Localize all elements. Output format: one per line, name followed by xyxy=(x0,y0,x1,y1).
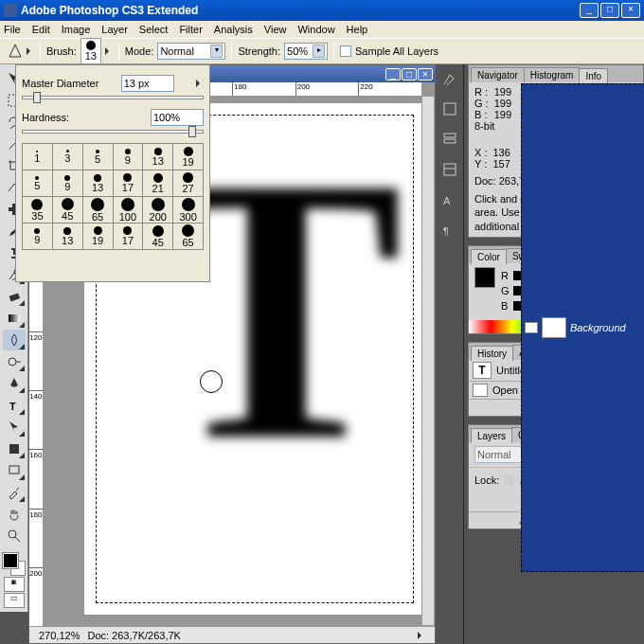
visibility-toggle[interactable] xyxy=(525,322,538,333)
menu-help[interactable]: Help xyxy=(347,24,368,35)
svg-point-6 xyxy=(9,358,16,366)
quick-mask-button[interactable]: ◙ xyxy=(4,577,25,592)
gradient-tool[interactable] xyxy=(3,308,26,329)
brush-tip[interactable]: 9 xyxy=(23,224,53,250)
type-tool[interactable]: T xyxy=(3,395,26,416)
menu-view[interactable]: View xyxy=(264,24,287,35)
brush-tip[interactable]: 65 xyxy=(173,224,204,250)
path-select-tool[interactable] xyxy=(3,417,26,438)
brush-tip[interactable]: 19 xyxy=(83,224,114,250)
brush-tip[interactable]: 5 xyxy=(83,144,114,170)
tab-histogram[interactable]: Histogram xyxy=(524,67,581,82)
menu-edit[interactable]: Edit xyxy=(32,24,50,35)
brush-tip[interactable]: 3 xyxy=(53,144,83,170)
brushes-panel-icon[interactable] xyxy=(441,70,458,87)
menu-image[interactable]: Image xyxy=(62,24,91,35)
doc-minimize[interactable]: _ xyxy=(385,68,401,80)
hardness-slider[interactable] xyxy=(22,130,204,134)
menu-bar: File Edit Image Layer Select Filter Anal… xyxy=(0,21,644,38)
brush-label: Brush: xyxy=(46,45,77,57)
strength-input[interactable]: 50%▸ xyxy=(284,43,328,60)
brush-tip[interactable]: 5 xyxy=(23,170,53,197)
brush-tip[interactable]: 1 xyxy=(23,144,53,170)
pen-tool[interactable] xyxy=(3,373,26,394)
brush-tip[interactable]: 65 xyxy=(83,197,114,224)
layers-panel: Layers Channels Paths Normal▾ Opacity: 1… xyxy=(468,424,644,529)
eyedropper-tool[interactable] xyxy=(3,482,26,503)
svg-rect-11 xyxy=(444,103,456,115)
svg-text:T: T xyxy=(9,401,16,412)
brush-tip[interactable]: 13 xyxy=(83,170,114,197)
strength-label: Strength: xyxy=(238,45,280,57)
menu-window[interactable]: Window xyxy=(297,24,334,35)
scrollbar-vertical[interactable] xyxy=(421,96,435,626)
tab-color[interactable]: Color xyxy=(471,249,507,264)
brush-picker[interactable]: 13 xyxy=(80,38,101,64)
screen-mode-button[interactable]: ▭ xyxy=(4,593,25,608)
brush-dropdown[interactable] xyxy=(105,47,113,55)
mode-select[interactable]: Normal▾ xyxy=(157,43,225,60)
brush-tip[interactable]: 45 xyxy=(143,224,173,250)
doc-maximize[interactable]: □ xyxy=(402,68,417,80)
dodge-tool[interactable] xyxy=(3,351,26,372)
menu-analysis[interactable]: Analysis xyxy=(214,24,253,35)
layer-background[interactable]: T Background xyxy=(521,83,644,572)
brush-tip[interactable]: 45 xyxy=(53,197,83,224)
hardness-label: Hardness: xyxy=(22,112,69,123)
shape-tool[interactable] xyxy=(3,438,26,459)
master-diameter-slider[interactable] xyxy=(22,96,204,99)
layer-comps-icon[interactable] xyxy=(441,161,458,178)
status-menu[interactable] xyxy=(418,632,425,639)
paragraph-panel-icon[interactable]: ¶ xyxy=(441,222,458,239)
tool-presets-icon[interactable] xyxy=(441,131,458,148)
hardness-input[interactable]: 100% xyxy=(151,109,204,126)
maximize-button[interactable]: □ xyxy=(600,3,619,18)
brush-popup-menu[interactable] xyxy=(196,80,204,87)
minimize-button[interactable]: _ xyxy=(580,3,599,18)
brush-tip[interactable]: 17 xyxy=(114,170,144,197)
menu-layer[interactable]: Layer xyxy=(101,24,128,35)
brush-tip[interactable]: 27 xyxy=(173,170,204,197)
brush-tip[interactable]: 200 xyxy=(143,197,173,224)
zoom-level[interactable]: 270,12% xyxy=(39,630,80,641)
brush-tip[interactable]: 19 xyxy=(173,144,204,170)
sample-all-checkbox[interactable] xyxy=(340,45,351,57)
doc-close[interactable]: × xyxy=(418,68,433,80)
blur-tool[interactable] xyxy=(3,330,26,350)
foreground-color[interactable] xyxy=(474,267,495,288)
brush-tip[interactable]: 17 xyxy=(114,224,144,250)
close-button[interactable]: × xyxy=(621,3,640,18)
color-swatch[interactable] xyxy=(3,553,26,576)
brush-tip[interactable]: 300 xyxy=(173,197,204,224)
brush-tip[interactable]: 9 xyxy=(114,144,144,170)
notes-tool[interactable] xyxy=(3,460,26,481)
master-diameter-input[interactable]: 13 px xyxy=(121,75,174,92)
menu-filter[interactable]: Filter xyxy=(179,24,202,35)
master-diameter-label: Master Diameter xyxy=(22,78,98,89)
brush-tip[interactable]: 21 xyxy=(143,170,173,197)
tool-preset-dropdown[interactable] xyxy=(27,47,34,55)
collapsed-panels: A ¶ xyxy=(436,64,464,644)
mode-label: Mode: xyxy=(125,45,154,57)
brush-cursor xyxy=(200,370,223,393)
clone-source-icon[interactable] xyxy=(441,100,458,117)
character-panel-icon[interactable]: A xyxy=(441,191,458,208)
brush-tip[interactable]: 13 xyxy=(143,144,173,170)
brush-tips-grid: 1359131959131721273545651002003009131917… xyxy=(22,143,204,250)
tab-history[interactable]: History xyxy=(471,346,513,361)
brush-tip[interactable]: 35 xyxy=(23,197,53,224)
lock-transparency-icon[interactable] xyxy=(503,474,514,486)
tab-layers[interactable]: Layers xyxy=(471,428,512,443)
brush-tip[interactable]: 100 xyxy=(114,197,144,224)
eraser-tool[interactable] xyxy=(3,286,26,307)
menu-file[interactable]: File xyxy=(4,24,21,35)
menu-select[interactable]: Select xyxy=(139,24,169,35)
tab-info[interactable]: Info xyxy=(579,68,608,83)
svg-text:A: A xyxy=(443,195,451,206)
zoom-tool[interactable] xyxy=(3,526,26,546)
brush-tip[interactable]: 13 xyxy=(53,224,83,250)
svg-rect-5 xyxy=(9,314,20,322)
tab-navigator[interactable]: Navigator xyxy=(471,67,525,82)
hand-tool[interactable] xyxy=(3,504,26,525)
brush-tip[interactable]: 9 xyxy=(53,170,83,197)
